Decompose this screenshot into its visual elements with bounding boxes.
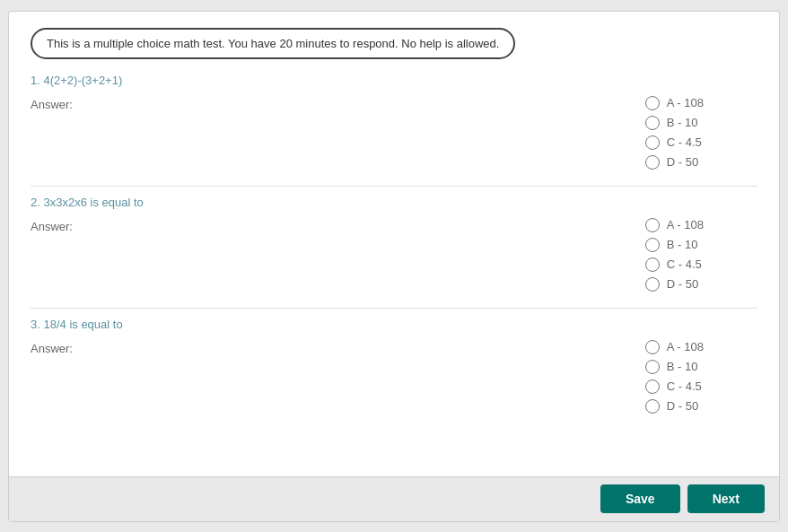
instructions-text: This is a multiple choice math test. You… <box>47 37 499 50</box>
answer-label-1: Answer: <box>31 96 93 111</box>
option-2b[interactable]: B - 10 <box>645 238 704 252</box>
radio-2b[interactable] <box>645 238 660 252</box>
radio-3a[interactable] <box>645 340 660 354</box>
divider-2 <box>31 308 757 309</box>
instructions-box: This is a multiple choice math test. You… <box>31 28 515 59</box>
option-2d[interactable]: D - 50 <box>645 277 704 292</box>
radio-3d[interactable] <box>645 399 660 414</box>
option-2c-label: C - 4.5 <box>667 257 702 271</box>
radio-2c[interactable] <box>645 257 660 272</box>
option-3c[interactable]: C - 4.5 <box>645 379 704 394</box>
option-1d[interactable]: D - 50 <box>645 155 704 170</box>
option-2a-label: A - 108 <box>667 218 704 231</box>
option-2a[interactable]: A - 108 <box>645 218 704 232</box>
options-group-3: A - 108 B - 10 C - 4.5 D - 50 <box>645 340 704 414</box>
answer-row-2: Answer: A - 108 B - 10 C - 4.5 <box>31 218 757 292</box>
radio-1c[interactable] <box>645 135 660 150</box>
save-button[interactable]: Save <box>600 484 680 513</box>
question-1-text: 1. 4(2+2)-(3+2+1) <box>31 74 757 87</box>
question-block-2: 2. 3x3x2x6 is equal to Answer: A - 108 B… <box>31 196 757 292</box>
answer-label-3: Answer: <box>31 340 93 355</box>
answer-row-3: Answer: A - 108 B - 10 C - 4.5 <box>31 340 757 414</box>
option-1b[interactable]: B - 10 <box>645 116 704 130</box>
options-group-2: A - 108 B - 10 C - 4.5 D - 50 <box>645 218 704 292</box>
option-3c-label: C - 4.5 <box>667 379 702 393</box>
radio-1b[interactable] <box>645 116 660 130</box>
answer-row-1: Answer: A - 108 B - 10 C - 4.5 <box>31 96 757 170</box>
radio-3c[interactable] <box>645 379 660 394</box>
question-3-text: 3. 18/4 is equal to <box>31 318 757 331</box>
option-1a[interactable]: A - 108 <box>645 96 704 110</box>
option-1b-label: B - 10 <box>667 116 698 129</box>
radio-3b[interactable] <box>645 360 660 374</box>
option-2c[interactable]: C - 4.5 <box>645 257 704 272</box>
option-3a-label: A - 108 <box>667 340 704 353</box>
option-3b-label: B - 10 <box>667 360 698 373</box>
question-block-1: 1. 4(2+2)-(3+2+1) Answer: A - 108 B - 10 <box>31 74 757 170</box>
option-1d-label: D - 50 <box>667 155 698 169</box>
radio-2a[interactable] <box>645 218 660 232</box>
answer-label-2: Answer: <box>31 218 93 233</box>
option-3b[interactable]: B - 10 <box>645 360 704 374</box>
options-group-1: A - 108 B - 10 C - 4.5 D - 50 <box>645 96 704 170</box>
option-3d-label: D - 50 <box>667 399 698 413</box>
radio-2d[interactable] <box>645 277 660 292</box>
question-block-3: 3. 18/4 is equal to Answer: A - 108 B - … <box>31 318 757 414</box>
question-2-text: 2. 3x3x2x6 is equal to <box>31 196 757 209</box>
content-area: This is a multiple choice math test. You… <box>9 12 779 476</box>
option-1c[interactable]: C - 4.5 <box>645 135 704 150</box>
option-1a-label: A - 108 <box>667 96 704 109</box>
next-button[interactable]: Next <box>687 484 765 513</box>
option-3a[interactable]: A - 108 <box>645 340 704 354</box>
divider-1 <box>31 186 757 187</box>
option-3d[interactable]: D - 50 <box>645 399 704 414</box>
radio-1a[interactable] <box>645 96 660 110</box>
option-2d-label: D - 50 <box>667 277 698 291</box>
main-container: This is a multiple choice math test. You… <box>8 11 780 522</box>
option-2b-label: B - 10 <box>667 238 698 251</box>
radio-1d[interactable] <box>645 155 660 170</box>
option-1c-label: C - 4.5 <box>667 135 702 149</box>
footer: Save Next <box>9 476 779 521</box>
